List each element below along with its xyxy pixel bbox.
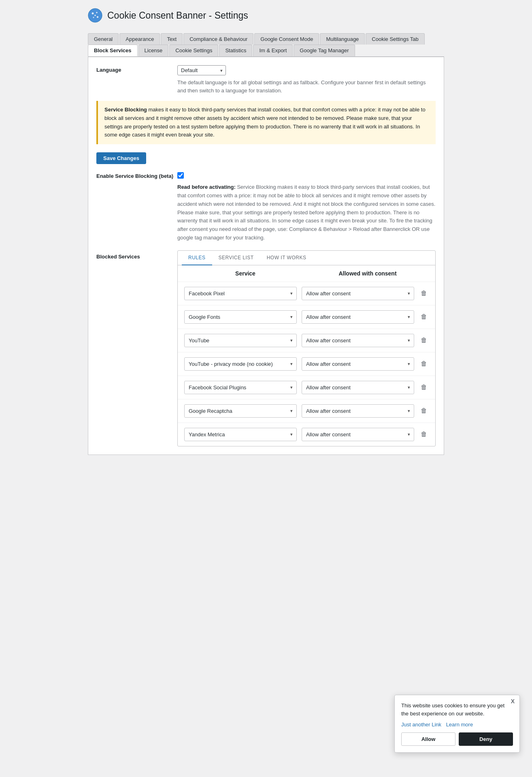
table-row: Google Recaptcha Facebook Pixel YouTube … <box>178 399 435 423</box>
inner-tab-how-it-works[interactable]: HOW IT WORKS <box>260 251 313 265</box>
service-select-wrapper-3[interactable]: YouTube - privacy mode (no cookie) YouTu… <box>184 357 297 371</box>
tab-google-tag-manager[interactable]: Google Tag Manager <box>294 45 355 56</box>
consent-select-6[interactable]: Allow after consent Always allow Block a… <box>302 428 414 441</box>
warning-box: Service Blocking makes it easy to block … <box>96 101 436 144</box>
consent-select-2[interactable]: Allow after consent Always allow Block a… <box>302 334 414 347</box>
service-select-2[interactable]: YouTube Facebook Pixel Google Fonts <box>184 334 297 347</box>
language-row: Language Default English German French T… <box>96 65 436 94</box>
consent-select-wrapper-4[interactable]: Allow after consent Always allow Block a… <box>302 381 414 394</box>
svg-point-1 <box>92 13 94 15</box>
consent-select-wrapper-1[interactable]: Allow after consent Always allow Block a… <box>302 310 414 324</box>
consent-select-1[interactable]: Allow after consent Always allow Block a… <box>302 310 414 324</box>
table-row: Facebook Social Plugins Facebook Pixel Y… <box>178 376 435 399</box>
tab-google-consent[interactable]: Google Consent Mode <box>254 33 319 45</box>
enable-service-blocking-row: Enable Service Blocking (beta) Read befo… <box>96 172 436 242</box>
tab-block-services[interactable]: Block Services <box>88 45 138 56</box>
service-select-wrapper-6[interactable]: Yandex Metrica Facebook Pixel YouTube <box>184 428 297 441</box>
table-row: Facebook Pixel Google Fonts YouTube Allo… <box>178 282 435 305</box>
inner-tab-service-list[interactable]: SERVICE LIST <box>212 251 260 265</box>
blocked-services-table: RULES SERVICE LIST HOW IT WORKS Service … <box>177 250 436 446</box>
consent-select-wrapper-6[interactable]: Allow after consent Always allow Block a… <box>302 428 414 441</box>
read-before-text: Read before activating: Service Blocking… <box>177 183 436 242</box>
enable-service-blocking-label: Enable Service Blocking (beta) <box>96 172 177 179</box>
consent-select-wrapper-3[interactable]: Allow after consent Always allow Block a… <box>302 357 414 371</box>
consent-select-0[interactable]: Allow after consent Always allow Block a… <box>302 287 414 300</box>
delete-button-1[interactable]: 🗑 <box>419 312 429 322</box>
service-select-4[interactable]: Facebook Social Plugins Facebook Pixel Y… <box>184 381 297 394</box>
language-select[interactable]: Default English German French <box>177 65 226 75</box>
tabs-row-1: General Appearance Text Compliance & Beh… <box>88 30 444 57</box>
language-select-wrapper[interactable]: Default English German French <box>177 65 226 75</box>
tab-general[interactable]: General <box>88 33 119 45</box>
language-field: Default English German French The defaul… <box>177 65 436 94</box>
consent-select-3[interactable]: Allow after consent Always allow Block a… <box>302 357 414 371</box>
tab-multilanguage[interactable]: Multilanguage <box>320 33 365 45</box>
service-select-wrapper-4[interactable]: Facebook Social Plugins Facebook Pixel Y… <box>184 381 297 394</box>
page-title: Cookie Consent Banner - Settings <box>107 10 248 21</box>
tab-license[interactable]: License <box>138 45 169 56</box>
tab-im-export[interactable]: Im & Export <box>253 45 293 56</box>
delete-button-5[interactable]: 🗑 <box>419 406 429 416</box>
table-row: YouTube Facebook Pixel Google Fonts Allo… <box>178 329 435 352</box>
warning-bold: Service Blocking <box>104 107 147 113</box>
svg-point-2 <box>96 12 98 13</box>
col-service-header: Service <box>184 270 306 277</box>
cookie-icon <box>88 8 102 23</box>
service-table-header: Service Allowed with consent <box>178 265 435 282</box>
tab-appearance[interactable]: Appearance <box>119 33 160 45</box>
tab-compliance[interactable]: Compliance & Behaviour <box>183 33 253 45</box>
enable-service-blocking-checkbox[interactable] <box>177 172 184 179</box>
svg-point-3 <box>97 16 98 18</box>
svg-point-5 <box>94 15 96 16</box>
svg-point-4 <box>93 17 94 18</box>
blocked-services-row: Blocked Services RULES SERVICE LIST HOW … <box>96 250 436 446</box>
language-description: The default language is for all global s… <box>177 79 436 94</box>
delete-button-4[interactable]: 🗑 <box>419 382 429 393</box>
service-select-wrapper-0[interactable]: Facebook Pixel Google Fonts YouTube <box>184 287 297 300</box>
inner-tabs: RULES SERVICE LIST HOW IT WORKS <box>178 251 435 265</box>
delete-button-0[interactable]: 🗑 <box>419 288 429 299</box>
delete-button-3[interactable]: 🗑 <box>419 359 429 369</box>
consent-select-wrapper-0[interactable]: Allow after consent Always allow Block a… <box>302 287 414 300</box>
page-header: Cookie Consent Banner - Settings <box>88 8 444 23</box>
table-row: Google Fonts Facebook Pixel YouTube Allo… <box>178 305 435 329</box>
service-select-6[interactable]: Yandex Metrica Facebook Pixel YouTube <box>184 428 297 441</box>
tab-text[interactable]: Text <box>161 33 183 45</box>
delete-button-2[interactable]: 🗑 <box>419 335 429 346</box>
content-area: Language Default English German French T… <box>88 57 444 455</box>
service-select-0[interactable]: Facebook Pixel Google Fonts YouTube <box>184 287 297 300</box>
warning-text: makes it easy to block third-party servi… <box>104 107 426 138</box>
table-row: Yandex Metrica Facebook Pixel YouTube Al… <box>178 423 435 446</box>
service-select-1[interactable]: Google Fonts Facebook Pixel YouTube <box>184 310 297 324</box>
language-label: Language <box>96 65 177 73</box>
service-select-5[interactable]: Google Recaptcha Facebook Pixel YouTube <box>184 404 297 418</box>
col-consent-header: Allowed with consent <box>306 270 429 277</box>
service-select-wrapper-1[interactable]: Google Fonts Facebook Pixel YouTube <box>184 310 297 324</box>
read-before-content: Service Blocking makes it easy to block … <box>177 184 435 241</box>
tab-cookie-settings-tab[interactable]: Cookie Settings Tab <box>366 33 424 45</box>
enable-service-blocking-field: Read before activating: Service Blocking… <box>177 172 436 242</box>
save-changes-button[interactable]: Save Changes <box>96 152 146 164</box>
consent-select-4[interactable]: Allow after consent Always allow Block a… <box>302 381 414 394</box>
tab-statistics[interactable]: Statistics <box>219 45 252 56</box>
service-select-3[interactable]: YouTube - privacy mode (no cookie) YouTu… <box>184 357 297 371</box>
read-before-label: Read before activating: <box>177 184 236 190</box>
service-select-wrapper-2[interactable]: YouTube Facebook Pixel Google Fonts <box>184 334 297 347</box>
tab-cookie-settings[interactable]: Cookie Settings <box>169 45 218 56</box>
consent-select-5[interactable]: Allow after consent Always allow Block a… <box>302 404 414 418</box>
table-row: YouTube - privacy mode (no cookie) YouTu… <box>178 352 435 376</box>
delete-button-6[interactable]: 🗑 <box>419 429 429 440</box>
blocked-services-label: Blocked Services <box>96 250 177 260</box>
service-select-wrapper-5[interactable]: Google Recaptcha Facebook Pixel YouTube <box>184 404 297 418</box>
consent-select-wrapper-5[interactable]: Allow after consent Always allow Block a… <box>302 404 414 418</box>
consent-select-wrapper-2[interactable]: Allow after consent Always allow Block a… <box>302 334 414 347</box>
inner-tab-rules[interactable]: RULES <box>182 251 212 265</box>
